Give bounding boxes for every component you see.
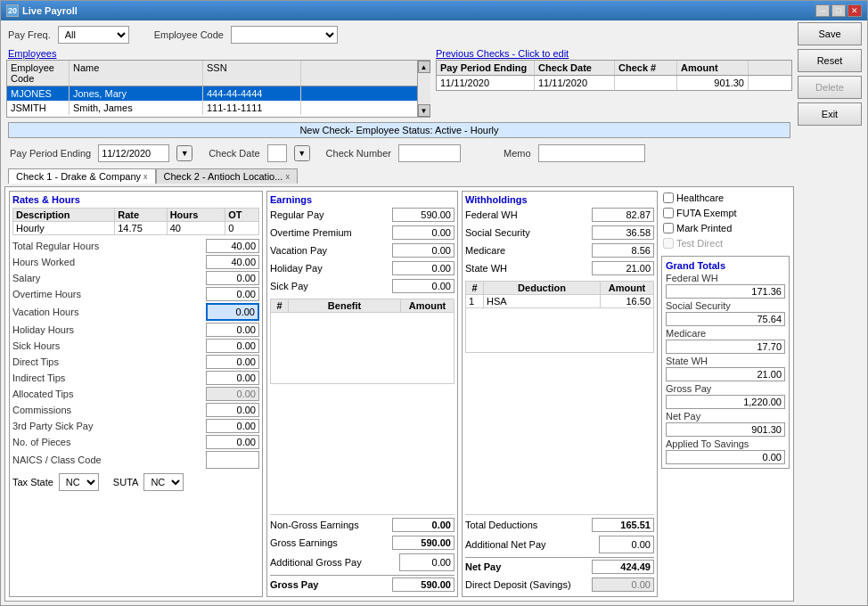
rates-col-ot: OT [225,209,259,222]
mark-printed-checkbox-row: Mark Printed [663,223,788,233]
vacation-hours-input[interactable] [206,303,259,321]
test-direct-checkbox-row: Test Direct [663,238,788,249]
pay-period-label: Pay Period Ending [10,148,91,159]
pc-col-date: Check Date [535,61,615,75]
holiday-hours-val: 0.00 [206,323,259,337]
tabs: Check 1 - Drake & Company x Check 2 - An… [8,168,790,184]
commissions-val: 0.00 [206,403,259,417]
futa-exempt-checkbox[interactable] [663,208,674,218]
direct-tips-val: 0.00 [206,355,259,369]
holiday-hours-row: Holiday Hours 0.00 [12,323,259,337]
check-number-input[interactable] [398,144,461,162]
prev-check-row[interactable]: 11/11/2020 11/11/2020 901.30 [437,76,791,90]
net-pay-val: 424.49 [592,560,654,574]
employee-row-jsmith[interactable]: JSMITH Smith, James 111-11-1111 [7,101,417,115]
tab-check2-close[interactable]: x [285,172,290,181]
maximize-button[interactable]: □ [831,4,846,17]
save-button[interactable]: Save [798,22,862,45]
employees-link[interactable]: Employees [6,48,430,59]
gt-federal-wh-val: 171.36 [666,284,785,299]
allocated-tips-row: Allocated Tips 0.00 [12,387,259,401]
check-date-calendar-btn[interactable]: ▼ [294,145,310,161]
titlebar-buttons: ─ □ ✕ [815,4,862,17]
tax-state-select[interactable]: NC [59,473,99,491]
top-bar: Pay Freq. All Employee Code [4,24,794,45]
additional-gross-pay-input[interactable] [399,553,454,571]
benefit-col-num: # [271,299,289,313]
checkboxes-panel: Healthcare FUTA Exempt Mark Printed [661,191,790,252]
healthcare-checkbox[interactable] [663,192,674,203]
pay-freq-select[interactable]: All [58,26,129,44]
mark-printed-checkbox[interactable] [663,223,674,233]
minimize-button[interactable]: ─ [815,4,830,17]
employee-code-label: Employee Code [154,29,224,40]
emp-name-mjones: Jones, Mary [70,86,203,101]
vacation-hours-row: Vacation Hours [12,303,259,321]
tab-check2[interactable]: Check 2 - Antioch Locatio... x [156,168,298,184]
pc-amount-val: 901.30 [677,76,749,90]
tab-check1-label: Check 1 - Drake & Company [16,171,141,182]
tax-state-label: Tax State [12,477,53,487]
benefit-col-desc: Benefit [289,299,401,313]
emp-name-jsmith: Smith, James [70,101,203,115]
close-button[interactable]: ✕ [848,4,862,17]
scroll-up-btn[interactable]: ▲ [418,61,430,73]
prev-checks-header: Pay Period Ending Check Date Check # Amo… [437,61,791,76]
futa-exempt-checkbox-row: FUTA Exempt [663,208,788,218]
employee-code-select[interactable] [231,26,338,44]
indirect-tips-val: 0.00 [206,371,259,385]
total-regular-hours-row: Total Regular Hours 40.00 [12,239,259,253]
state-wh-val: 21.00 [592,261,654,275]
live-payroll-window: 20 Live Payroll ─ □ ✕ Pay Freq. All Empl… [0,0,868,606]
employee-row-mjones[interactable]: MJONES Jones, Mary 444-44-4444 [7,86,417,101]
emp-ssn-mjones: 444-44-4444 [203,86,301,101]
salary-val: 0.00 [206,271,259,285]
reset-button[interactable]: Reset [798,49,862,72]
rates-rate-1: 14.75 [115,222,167,235]
earnings-title: Earnings [270,194,454,205]
state-wh-row: State WH 21.00 [465,261,654,275]
grand-totals-title: Grand Totals [666,260,785,271]
rates-desc-1: Hourly [13,222,115,235]
scroll-track [418,73,430,104]
gt-federal-wh-row: Federal WH [666,273,785,283]
suta-select[interactable]: NC [143,473,184,491]
app-icon: 20 [6,4,19,17]
federal-wh-row: Federal WH 82.87 [465,208,654,222]
deduction-col-amount: Amount [601,282,654,295]
pc-col-num: Check # [615,61,677,75]
naics-input[interactable] [206,451,259,469]
emp-col-code: Employee Code [7,61,70,86]
check-date-label: Check Date [209,148,259,159]
pay-period-input[interactable] [98,144,169,162]
employees-scrollbar[interactable]: ▲ ▼ [417,61,430,117]
test-direct-label: Test Direct [676,238,723,249]
prev-checks-link[interactable]: Previous Checks - Click to edit [436,48,792,59]
additional-net-pay-input[interactable] [599,536,654,553]
pay-period-calendar-btn[interactable]: ▼ [176,145,192,161]
titlebar-left: 20 Live Payroll [6,4,78,17]
emp-col-name: Name [70,61,203,86]
memo-input[interactable] [538,144,645,162]
gt-social-security-row: Social Security [666,300,785,311]
mark-printed-label: Mark Printed [676,223,732,233]
federal-wh-val: 82.87 [592,208,654,222]
pc-num-val [615,76,677,90]
earnings-section: Earnings Regular Pay 590.00 Overtime Pre… [266,191,458,597]
vacation-pay-val: 0.00 [392,243,454,258]
non-gross-earnings-val: 0.00 [392,518,454,532]
sick-hours-row: Sick Hours 0.00 [12,339,259,353]
benefit-col-amount: Amount [401,299,454,313]
tab-check1[interactable]: Check 1 - Drake & Company x [8,168,156,184]
regular-pay-row: Regular Pay 590.00 [270,208,454,222]
direct-deposit-val: 0.00 [592,577,654,592]
exit-button[interactable]: Exit [798,102,862,126]
delete-button[interactable]: Delete [798,76,862,99]
gt-state-wh-row: State WH [666,356,785,366]
scroll-down-btn[interactable]: ▼ [418,104,430,117]
check-date-input[interactable] [267,144,287,162]
tab-check1-close[interactable]: x [143,172,148,181]
no-of-pieces-val: 0.00 [206,435,259,449]
direct-deposit-row: Direct Deposit (Savings) 0.00 [465,577,654,592]
indirect-tips-row: Indirect Tips 0.00 [12,371,259,385]
